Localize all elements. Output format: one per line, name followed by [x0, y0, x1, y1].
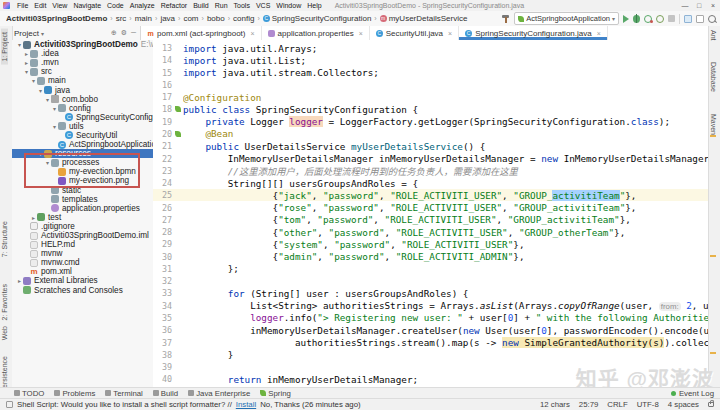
- code-line-23[interactable]: 23 //这里添加用户，后面处理流程时用到的任务负责人，需要添加在这里: [153, 165, 708, 177]
- toolwindow-button-build[interactable]: Build: [153, 389, 178, 398]
- error-stripe-mark[interactable]: [710, 352, 716, 354]
- tab-close-icon[interactable]: ×: [359, 30, 363, 37]
- breadcrumb-item-java[interactable]: java: [160, 14, 175, 23]
- build-hammer-icon[interactable]: [501, 14, 510, 23]
- code-line-29[interactable]: 29 {"system", "password", "ROLE_ACTIVITI…: [153, 238, 708, 250]
- coverage-button[interactable]: [644, 15, 652, 23]
- strip-tab-web[interactable]: Web: [1, 326, 8, 340]
- menu-item-run[interactable]: Run: [212, 2, 231, 9]
- code-line-28[interactable]: 28 {"other", "password", "ROLE_ACTIVITI_…: [153, 226, 708, 238]
- no-thanks-link[interactable]: No, Thanks (26 minutes ago): [260, 400, 360, 409]
- error-stripe-mark[interactable]: [710, 255, 716, 257]
- tab-close-icon[interactable]: ×: [250, 30, 254, 37]
- code-line-17[interactable]: 17@Configuration: [153, 91, 708, 103]
- tree-item-activiti03springbootdemo-iml[interactable]: Activiti03SpringBootDemo.iml: [12, 231, 153, 240]
- tree-item-test[interactable]: ▸test: [12, 213, 153, 222]
- code-line-33[interactable]: 33 for (String[] user : usersGroupsAndRo…: [153, 287, 708, 299]
- menu-item-view[interactable]: View: [49, 2, 70, 9]
- editor-tab-springsecurityconfiguration-java[interactable]: CSpringSecurityConfiguration.java×: [459, 26, 608, 40]
- code-line-31[interactable]: 31 };: [153, 263, 708, 275]
- tree-item-com-bobo[interactable]: ▾com.bobo: [12, 95, 153, 104]
- code-line-18[interactable]: 18public class SpringSecurityConfigurati…: [153, 103, 708, 115]
- chevron-expanded-icon[interactable]: ▾: [37, 87, 44, 94]
- breadcrumb-item-bobo[interactable]: bobo: [207, 14, 225, 23]
- commit-icon[interactable]: [684, 15, 692, 23]
- menu-item-tools[interactable]: Tools: [231, 2, 253, 9]
- tree-item-help-md[interactable]: HELP.md: [12, 240, 153, 249]
- tab-close-icon[interactable]: ×: [597, 30, 601, 37]
- code-line-36[interactable]: 36 inMemoryUserDetailsManager.createUser…: [153, 324, 708, 336]
- menu-item-vcs[interactable]: VCS: [253, 2, 273, 9]
- error-stripe-mark[interactable]: [710, 135, 716, 137]
- breadcrumb-item-config[interactable]: config: [233, 14, 254, 23]
- tree-item-templates[interactable]: templates: [12, 195, 153, 204]
- breadcrumb-item-src[interactable]: src: [116, 14, 127, 23]
- search-icon[interactable]: [708, 15, 716, 23]
- code-line-14[interactable]: 14import java.util.List;: [153, 54, 708, 66]
- tree-item--idea[interactable]: ▸.idea: [12, 49, 153, 58]
- editor-tab-pom-xml-act-springboot-[interactable]: mpom.xml (act-springboot)×: [141, 26, 262, 40]
- code-line-24[interactable]: 24 String[][] usersGroupsAndRoles = {: [153, 177, 708, 189]
- tree-item-securityutil[interactable]: CSecurityUtil: [12, 131, 153, 140]
- strip-tab--project[interactable]: 1: Project: [1, 29, 8, 65]
- chevron-expanded-icon[interactable]: ▾: [44, 96, 51, 103]
- toolwindow-button-terminal[interactable]: Terminal: [105, 389, 142, 398]
- menu-item-help[interactable]: Help: [304, 2, 324, 9]
- toolwindow-button-todo[interactable]: TODO: [14, 389, 44, 398]
- chevron-collapsed-icon[interactable]: ▸: [16, 277, 23, 284]
- tab-close-icon[interactable]: ×: [448, 30, 452, 37]
- toolwindow-button-problems[interactable]: Problems: [54, 389, 95, 398]
- chevron-expanded-icon[interactable]: ▾: [51, 105, 58, 112]
- strip-tab-database[interactable]: Database: [710, 62, 717, 92]
- code-line-30[interactable]: 30 {"admin", "password", "ROLE_ACTIVITI_…: [153, 251, 708, 263]
- chevron-expanded-icon[interactable]: ▾: [51, 123, 58, 130]
- code-line-25[interactable]: 25 {"jack", "password", "ROLE_ACTIVITI_U…: [153, 189, 708, 201]
- code-line-13[interactable]: 13import java.util.Arrays;: [153, 42, 708, 54]
- chevron-collapsed-icon[interactable]: ▸: [23, 50, 30, 57]
- tree-item-resources[interactable]: ▾resources: [12, 149, 153, 158]
- chevron-expanded-icon[interactable]: ▾: [44, 159, 51, 166]
- tree-item-application-properties[interactable]: application.properties: [12, 204, 153, 213]
- project-panel-header[interactable]: Project ▾ ⊕ ⚙ ─: [0, 26, 141, 40]
- breadcrumb-item-activiti03springbootdemo[interactable]: Activiti03SpringBootDemo: [6, 14, 107, 23]
- collapse-all-icon[interactable]: ⊕: [111, 29, 117, 37]
- maximize-button[interactable]: □: [692, 2, 706, 9]
- code-line-37[interactable]: 37 authoritiesStrings.stream().map(s -> …: [153, 336, 708, 348]
- breadcrumb-item-myuserdetailsservice[interactable]: mmyUserDetailsService: [380, 14, 468, 23]
- code-line-35[interactable]: 35 logger.info("> Registering new user: …: [153, 312, 708, 324]
- strip-tab-maven[interactable]: Maven: [710, 114, 717, 135]
- code-line-34[interactable]: 34 List<String> authoritiesStrings = Arr…: [153, 300, 708, 312]
- tree-item-external-libraries[interactable]: ▸External Libraries: [12, 276, 153, 285]
- tree-item--mvn[interactable]: ▸.mvn: [12, 58, 153, 67]
- breadcrumb-item-springsecurityconfiguration[interactable]: CSpringSecurityConfiguration: [263, 14, 372, 23]
- profiler-button[interactable]: [656, 15, 664, 23]
- tree-item-my-evection-png[interactable]: my-evection.png: [12, 176, 153, 185]
- menu-item-edit[interactable]: Edit: [31, 2, 49, 9]
- run-configuration-select[interactable]: ActSpringbootApplication ▾: [514, 12, 619, 25]
- tree-item-activiti03springbootdemo[interactable]: ▾Activiti03SpringBootDemoE:\workspace\..…: [12, 40, 153, 49]
- code-line-15[interactable]: 15import java.util.stream.Collectors;: [153, 67, 708, 79]
- menu-item-code[interactable]: Code: [104, 2, 127, 9]
- chevron-collapsed-icon[interactable]: ▸: [23, 59, 30, 66]
- code-line-21[interactable]: 21 public UserDetailsService myUserDetai…: [153, 140, 708, 152]
- line-separator[interactable]: CRLF: [607, 400, 627, 409]
- strip-tab--structure[interactable]: 7: Structure: [1, 221, 8, 257]
- code-line-26[interactable]: 26 {"rose", "password", "ROLE_ACTIVITI_U…: [153, 201, 708, 213]
- editor-tab-application-properties[interactable]: application.properties×: [262, 26, 370, 40]
- tree-item-main[interactable]: ▾main: [12, 76, 153, 85]
- toolwindow-button-spring[interactable]: Spring: [260, 389, 291, 398]
- tree-item-config[interactable]: ▾config: [12, 104, 153, 113]
- tree-item-mvnw-cmd[interactable]: mvnw.cmd: [12, 258, 153, 267]
- menu-item-analyze[interactable]: Analyze: [127, 2, 158, 9]
- hide-panel-icon[interactable]: ─: [131, 29, 136, 37]
- minimize-button[interactable]: —: [678, 2, 692, 9]
- menu-item-build[interactable]: Build: [190, 2, 212, 9]
- menu-item-file[interactable]: File: [14, 2, 31, 9]
- code-editor[interactable]: 13import java.util.Arrays;14import java.…: [153, 40, 708, 387]
- run-button[interactable]: [623, 15, 629, 23]
- tree-item-static[interactable]: static: [12, 186, 153, 195]
- layout-icon[interactable]: [696, 15, 704, 23]
- tree-item-springsecurityconfiguration[interactable]: CSpringSecurityConfiguration: [12, 113, 153, 122]
- chevron-expanded-icon[interactable]: ▾: [37, 150, 44, 157]
- menu-item-navigate[interactable]: Navigate: [70, 2, 104, 9]
